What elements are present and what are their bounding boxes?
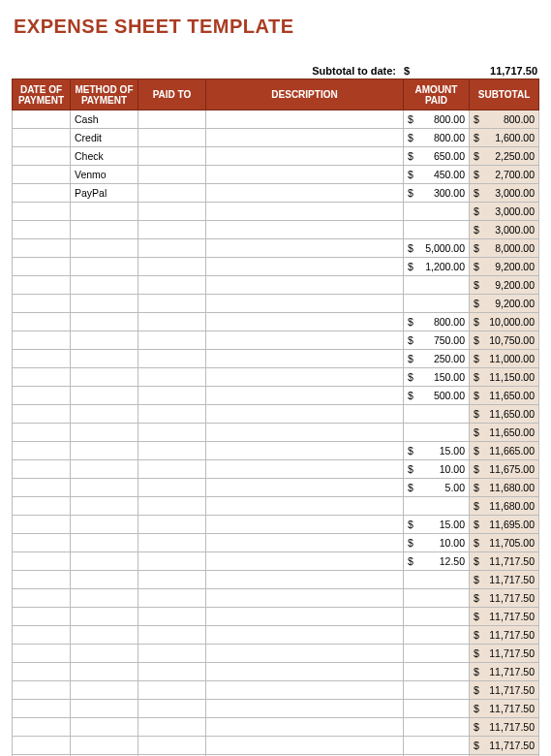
cell-method[interactable]: Check (71, 147, 138, 166)
cell-description[interactable] (206, 295, 404, 313)
cell-paid-to[interactable] (138, 645, 206, 663)
cell-amount[interactable]: $5.00 (404, 479, 470, 497)
cell-description[interactable] (206, 718, 404, 737)
cell-paid-to[interactable] (138, 442, 206, 460)
cell-paid-to[interactable] (138, 239, 206, 258)
cell-paid-to[interactable] (138, 166, 206, 184)
cell-amount[interactable] (404, 737, 470, 755)
cell-amount[interactable] (404, 424, 470, 442)
cell-description[interactable] (206, 479, 404, 497)
cell-description[interactable] (206, 184, 404, 203)
cell-description[interactable] (206, 645, 404, 663)
cell-paid-to[interactable] (138, 460, 206, 479)
cell-description[interactable] (206, 700, 404, 718)
cell-paid-to[interactable] (138, 387, 206, 405)
cell-date[interactable] (13, 645, 71, 663)
cell-date[interactable] (13, 276, 71, 295)
cell-paid-to[interactable] (138, 534, 206, 552)
cell-amount[interactable] (404, 405, 470, 424)
cell-method[interactable] (71, 295, 138, 313)
cell-description[interactable] (206, 166, 404, 184)
cell-method[interactable] (71, 258, 138, 276)
cell-description[interactable] (206, 626, 404, 645)
cell-paid-to[interactable] (138, 295, 206, 313)
cell-description[interactable] (206, 239, 404, 258)
cell-method[interactable] (71, 589, 138, 608)
cell-amount[interactable]: $800.00 (404, 313, 470, 331)
cell-date[interactable] (13, 331, 71, 350)
cell-amount[interactable] (404, 663, 470, 681)
cell-description[interactable] (206, 424, 404, 442)
cell-paid-to[interactable] (138, 663, 206, 681)
cell-date[interactable] (13, 608, 71, 626)
cell-method[interactable] (71, 387, 138, 405)
cell-description[interactable] (206, 442, 404, 460)
cell-description[interactable] (206, 497, 404, 516)
cell-amount[interactable]: $15.00 (404, 442, 470, 460)
cell-method[interactable] (71, 681, 138, 700)
cell-method[interactable] (71, 442, 138, 460)
cell-method[interactable] (71, 516, 138, 534)
cell-date[interactable] (13, 295, 71, 313)
cell-date[interactable] (13, 350, 71, 368)
cell-method[interactable] (71, 626, 138, 645)
cell-method[interactable] (71, 276, 138, 295)
cell-description[interactable] (206, 405, 404, 424)
cell-date[interactable] (13, 387, 71, 405)
cell-description[interactable] (206, 460, 404, 479)
cell-paid-to[interactable] (138, 331, 206, 350)
cell-description[interactable] (206, 387, 404, 405)
cell-method[interactable] (71, 718, 138, 737)
cell-amount[interactable]: $800.00 (404, 110, 470, 129)
cell-paid-to[interactable] (138, 479, 206, 497)
cell-date[interactable] (13, 497, 71, 516)
cell-amount[interactable] (404, 718, 470, 737)
cell-amount[interactable]: $300.00 (404, 184, 470, 203)
cell-description[interactable] (206, 737, 404, 755)
cell-paid-to[interactable] (138, 405, 206, 424)
cell-date[interactable] (13, 368, 71, 387)
cell-amount[interactable]: $500.00 (404, 387, 470, 405)
cell-date[interactable] (13, 203, 71, 221)
cell-method[interactable] (71, 571, 138, 589)
cell-date[interactable] (13, 718, 71, 737)
cell-paid-to[interactable] (138, 497, 206, 516)
cell-description[interactable] (206, 350, 404, 368)
cell-amount[interactable]: $10.00 (404, 534, 470, 552)
cell-paid-to[interactable] (138, 718, 206, 737)
cell-date[interactable] (13, 405, 71, 424)
cell-description[interactable] (206, 681, 404, 700)
cell-paid-to[interactable] (138, 516, 206, 534)
cell-paid-to[interactable] (138, 589, 206, 608)
cell-date[interactable] (13, 479, 71, 497)
cell-method[interactable] (71, 663, 138, 681)
cell-method[interactable] (71, 608, 138, 626)
cell-paid-to[interactable] (138, 737, 206, 755)
cell-method[interactable] (71, 368, 138, 387)
cell-amount[interactable]: $15.00 (404, 516, 470, 534)
cell-amount[interactable]: $12.50 (404, 552, 470, 571)
cell-description[interactable] (206, 221, 404, 239)
cell-paid-to[interactable] (138, 368, 206, 387)
cell-paid-to[interactable] (138, 203, 206, 221)
cell-date[interactable] (13, 626, 71, 645)
cell-date[interactable] (13, 442, 71, 460)
cell-paid-to[interactable] (138, 424, 206, 442)
cell-amount[interactable]: $5,000.00 (404, 239, 470, 258)
cell-description[interactable] (206, 258, 404, 276)
cell-paid-to[interactable] (138, 552, 206, 571)
cell-description[interactable] (206, 313, 404, 331)
cell-amount[interactable] (404, 276, 470, 295)
cell-description[interactable] (206, 534, 404, 552)
cell-amount[interactable]: $450.00 (404, 166, 470, 184)
cell-date[interactable] (13, 221, 71, 239)
cell-paid-to[interactable] (138, 147, 206, 166)
cell-description[interactable] (206, 571, 404, 589)
cell-method[interactable] (71, 239, 138, 258)
cell-description[interactable] (206, 331, 404, 350)
cell-method[interactable] (71, 424, 138, 442)
cell-method[interactable] (71, 313, 138, 331)
cell-amount[interactable]: $750.00 (404, 331, 470, 350)
cell-date[interactable] (13, 516, 71, 534)
cell-amount[interactable] (404, 626, 470, 645)
